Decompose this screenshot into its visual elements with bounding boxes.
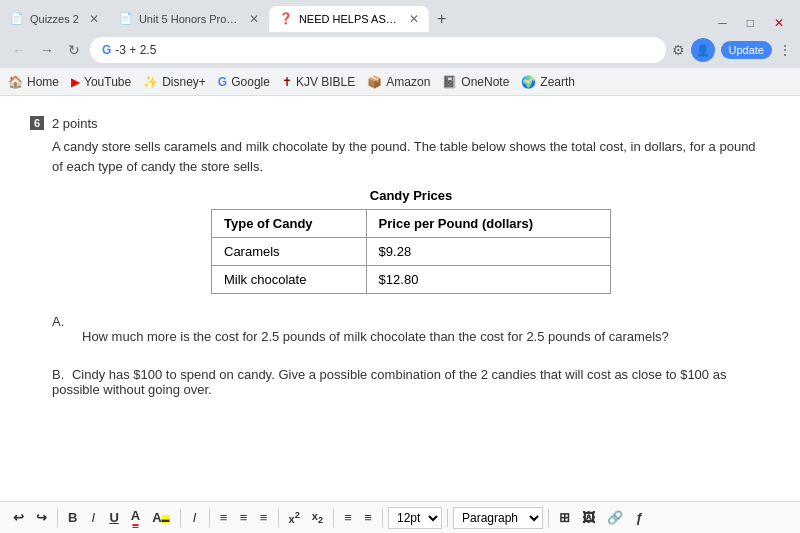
- maximize-button[interactable]: □: [739, 14, 762, 32]
- question-number-box: 6: [30, 116, 44, 130]
- minimize-button[interactable]: ─: [710, 14, 735, 32]
- tab-bar: 📄 Quizzes 2 ✕ 📄 Unit 5 Honors Project ✕ …: [0, 0, 800, 32]
- address-text: -3 + 2.5: [115, 43, 156, 57]
- tab-quizzes2[interactable]: 📄 Quizzes 2 ✕: [0, 6, 109, 32]
- table-row-caramels: Caramels $9.28: [212, 238, 611, 266]
- table-insert-button[interactable]: ⊞: [554, 508, 575, 527]
- toolbar-separator-3: [209, 509, 210, 527]
- bold-button[interactable]: B: [63, 508, 82, 527]
- close-button[interactable]: ✕: [766, 14, 792, 32]
- answer-part-b: B. Cindy has $100 to spend on candy. Giv…: [52, 367, 770, 397]
- highlight-button[interactable]: A▬: [147, 508, 174, 527]
- table-title: Candy Prices: [52, 188, 770, 203]
- bookmark-google-label: Google: [231, 75, 270, 89]
- tab-label-3: NEED HELPS ASAP!! 1.What typ-...: [299, 13, 399, 25]
- tab-favicon-2: 📄: [119, 12, 133, 26]
- window-controls: ─ □ ✕: [710, 14, 800, 32]
- bookmark-zearth[interactable]: 🌍 Zearth: [521, 75, 575, 89]
- tab-label-2: Unit 5 Honors Project: [139, 13, 239, 25]
- clear-format-button[interactable]: I: [186, 508, 204, 527]
- link-button[interactable]: 🔗: [602, 508, 628, 527]
- bookmark-disney-label: Disney+: [162, 75, 206, 89]
- bookmark-amazon-label: Amazon: [386, 75, 430, 89]
- forward-button[interactable]: →: [36, 40, 58, 60]
- toolbar-separator-8: [548, 509, 549, 527]
- bookmark-onenote[interactable]: 📓 OneNote: [442, 75, 509, 89]
- bookmarks-bar: 🏠 Home ▶ YouTube ✨ Disney+ G Google ✝ KJ…: [0, 68, 800, 96]
- menu-icon[interactable]: ⋮: [778, 42, 792, 58]
- question-text: A candy store sells caramels and milk ch…: [52, 137, 770, 176]
- toolbar-separator-2: [180, 509, 181, 527]
- home-icon: 🏠: [8, 75, 23, 89]
- tab-label-1: Quizzes 2: [30, 13, 79, 25]
- bullet-list-button[interactable]: ≡: [339, 508, 357, 527]
- profile-button[interactable]: 👤: [691, 38, 715, 62]
- bookmark-onenote-label: OneNote: [461, 75, 509, 89]
- disney-icon: ✨: [143, 75, 158, 89]
- numbered-list-button[interactable]: ≡: [359, 508, 377, 527]
- bookmark-home-label: Home: [27, 75, 59, 89]
- bookmark-disney[interactable]: ✨ Disney+: [143, 75, 206, 89]
- part-a-label: A.: [52, 314, 64, 329]
- align-right-button[interactable]: ≡: [255, 508, 273, 527]
- align-center-button[interactable]: ≡: [235, 508, 253, 527]
- tab-unit5[interactable]: 📄 Unit 5 Honors Project ✕: [109, 6, 269, 32]
- part-b-label: B.: [52, 367, 64, 382]
- subscript-button[interactable]: x2: [307, 508, 328, 527]
- address-input-container[interactable]: G -3 + 2.5: [90, 37, 666, 63]
- extension-icon[interactable]: ⚙: [672, 42, 685, 58]
- tab-close-1[interactable]: ✕: [89, 12, 99, 26]
- google-g-icon: G: [102, 43, 111, 57]
- reload-button[interactable]: ↻: [64, 40, 84, 60]
- new-tab-button[interactable]: +: [429, 6, 454, 32]
- toolbar-separator-5: [333, 509, 334, 527]
- bible-icon: ✝: [282, 75, 292, 89]
- undo-button[interactable]: ↩: [8, 508, 29, 527]
- toolbar-separator-1: [57, 509, 58, 527]
- formula-button[interactable]: ƒ: [630, 508, 648, 527]
- toolbar-separator-7: [447, 509, 448, 527]
- superscript-button[interactable]: x2: [284, 508, 305, 527]
- candy-prices-table: Type of Candy Price per Pound (dollars) …: [211, 209, 611, 294]
- align-left-button[interactable]: ≡: [215, 508, 233, 527]
- bookmark-google[interactable]: G Google: [218, 75, 270, 89]
- bookmark-bible[interactable]: ✝ KJV BIBLE: [282, 75, 355, 89]
- amazon-icon: 📦: [367, 75, 382, 89]
- bookmark-youtube-label: YouTube: [84, 75, 131, 89]
- italic-button[interactable]: I: [84, 508, 102, 527]
- font-color-button[interactable]: A▬: [126, 506, 145, 529]
- tab-favicon-3: ❓: [279, 12, 293, 26]
- toolbar-separator-6: [382, 509, 383, 527]
- bookmark-youtube[interactable]: ▶ YouTube: [71, 75, 131, 89]
- zearth-icon: 🌍: [521, 75, 536, 89]
- back-button[interactable]: ←: [8, 40, 30, 60]
- address-bar: ← → ↻ G -3 + 2.5 ⚙ 👤 Update ⋮: [0, 32, 800, 68]
- font-size-select[interactable]: 12pt 10pt 14pt 16pt: [388, 507, 442, 529]
- table-header-price: Price per Pound (dollars): [366, 210, 610, 238]
- update-button[interactable]: Update: [721, 41, 772, 59]
- onenote-icon: 📓: [442, 75, 457, 89]
- bookmark-amazon[interactable]: 📦 Amazon: [367, 75, 430, 89]
- candy-price-caramels: $9.28: [366, 238, 610, 266]
- editor-toolbar: ↩ ↪ B I U A▬ A▬ I ≡ ≡ ≡ x2 x2 ≡ ≡ 12pt 1…: [0, 501, 800, 533]
- redo-button[interactable]: ↪: [31, 508, 52, 527]
- youtube-icon: ▶: [71, 75, 80, 89]
- candy-price-milk: $12.80: [366, 266, 610, 294]
- candy-type-milk: Milk chocolate: [212, 266, 367, 294]
- image-insert-button[interactable]: 🖼: [577, 508, 600, 527]
- tab-need-help[interactable]: ❓ NEED HELPS ASAP!! 1.What typ-... ✕: [269, 6, 429, 32]
- bookmark-home[interactable]: 🏠 Home: [8, 75, 59, 89]
- tab-close-2[interactable]: ✕: [249, 12, 259, 26]
- tab-close-3[interactable]: ✕: [409, 12, 419, 26]
- paragraph-style-select[interactable]: Paragraph Heading 1 Heading 2: [453, 507, 543, 529]
- answer-part-a: A. How much more is the cost for 2.5 pou…: [52, 314, 770, 344]
- bookmark-zearth-label: Zearth: [540, 75, 575, 89]
- google-icon: G: [218, 75, 227, 89]
- underline-button[interactable]: U: [104, 508, 123, 527]
- question-points: 2 points: [52, 116, 770, 131]
- toolbar-separator-4: [278, 509, 279, 527]
- table-header-type: Type of Candy: [212, 210, 367, 238]
- part-b-text: Cindy has $100 to spend on candy. Give a…: [52, 367, 726, 397]
- table-row-milk-chocolate: Milk chocolate $12.80: [212, 266, 611, 294]
- answer-section: A. How much more is the cost for 2.5 pou…: [52, 314, 770, 397]
